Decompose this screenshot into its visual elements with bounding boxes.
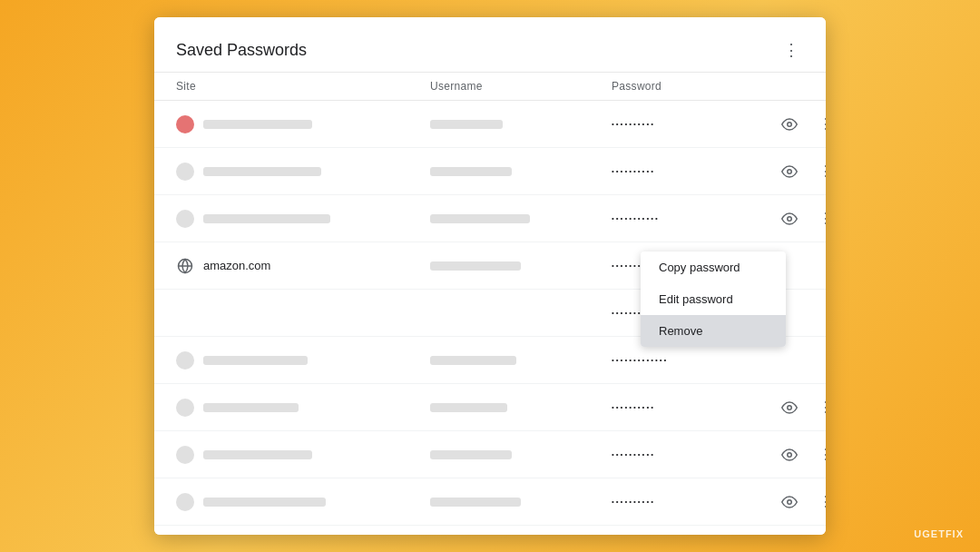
password-dots: ••••••••••	[612, 167, 775, 175]
col-username: Username	[430, 80, 612, 93]
svg-point-6	[788, 452, 792, 457]
username-redacted	[430, 261, 521, 271]
show-password-button[interactable]	[775, 488, 804, 517]
table-row: ••••••••••• ⋮	[154, 195, 826, 242]
show-password-button[interactable]	[775, 440, 804, 469]
password-dots: •••••••••••	[612, 214, 775, 222]
site-name-redacted	[203, 214, 330, 223]
svg-point-7	[788, 499, 792, 504]
col-password: Password	[612, 80, 775, 93]
site-name-redacted	[203, 167, 321, 176]
site-favicon	[176, 257, 194, 275]
svg-point-2	[788, 216, 792, 221]
col-site: Site	[176, 80, 430, 93]
site-favicon	[176, 351, 194, 370]
password-dots: ••••••••••	[612, 498, 775, 506]
show-password-button[interactable]	[775, 393, 804, 422]
copy-password-item[interactable]: Copy password	[641, 251, 786, 283]
context-menu: Copy password Edit password Remove	[641, 251, 786, 347]
site-name-redacted	[203, 498, 326, 507]
password-dots: ••••••••••	[612, 403, 775, 411]
site-favicon	[176, 493, 194, 511]
username-redacted	[430, 498, 521, 507]
table-header: Site Username Password	[154, 73, 826, 101]
username-redacted	[430, 167, 512, 176]
username-cell	[430, 167, 612, 176]
remove-item[interactable]: Remove	[641, 315, 786, 347]
site-favicon	[176, 163, 194, 181]
site-cell	[176, 210, 430, 228]
row-more-button[interactable]: ⋮	[811, 110, 826, 139]
site-cell	[176, 493, 430, 511]
password-dots: ••••••••••	[612, 120, 775, 128]
site-name-redacted	[203, 120, 312, 129]
site-favicon	[176, 210, 194, 228]
row-more-button[interactable]: ⋮	[811, 157, 826, 186]
watermark: UGETFIX	[914, 528, 964, 539]
username-redacted	[430, 214, 530, 223]
show-password-button[interactable]	[775, 110, 804, 139]
table-row: •••••••••• ⋮	[154, 101, 826, 148]
svg-point-5	[788, 405, 792, 409]
username-cell	[430, 403, 612, 412]
site-favicon	[176, 446, 194, 464]
site-cell	[176, 399, 430, 417]
row-more-button[interactable]: ⋮	[811, 393, 826, 422]
password-dots: ••••••••••	[612, 450, 775, 458]
edit-password-item[interactable]: Edit password	[641, 283, 786, 315]
username-cell	[430, 356, 612, 365]
username-cell	[430, 214, 612, 223]
password-dots: •••••••••••••	[612, 356, 775, 364]
username-cell	[430, 120, 612, 129]
site-favicon	[176, 115, 194, 133]
row-more-button[interactable]: ⋮	[811, 488, 826, 517]
svg-point-1	[788, 169, 792, 173]
site-cell: amazon.com	[176, 257, 430, 275]
svg-point-0	[788, 122, 792, 126]
username-redacted	[430, 450, 512, 459]
show-password-button[interactable]	[775, 535, 804, 536]
site-name: amazon.com	[203, 259, 270, 272]
site-name-redacted	[203, 403, 299, 412]
header-more-button[interactable]: ⋮	[779, 37, 804, 63]
row-more-button[interactable]: ⋮	[811, 204, 826, 233]
table-row: •••••••••• ⋮	[154, 384, 826, 431]
panel-header: Saved Passwords ⋮	[154, 17, 826, 73]
row-more-button[interactable]: ⋮	[811, 440, 826, 469]
username-redacted	[430, 356, 516, 365]
show-password-button[interactable]	[775, 157, 804, 186]
row-more-button[interactable]: ⋮	[811, 535, 826, 536]
site-cell	[176, 115, 430, 133]
site-cell	[176, 163, 430, 181]
table-row: •••••••••• ⋮	[154, 478, 826, 526]
site-cell	[176, 351, 430, 370]
table-row: •••••••••• ⋮	[154, 148, 826, 195]
page-title: Saved Passwords	[176, 41, 307, 60]
username-redacted	[430, 403, 507, 412]
table-row: •••••••••• ⋮	[154, 431, 826, 478]
table-row: ••••••••••• ⋮	[154, 526, 826, 535]
browser-panel: Saved Passwords ⋮ Site Username Password…	[154, 17, 826, 535]
username-cell	[430, 450, 612, 459]
username-redacted	[430, 120, 503, 129]
username-cell	[430, 498, 612, 507]
site-cell	[176, 446, 430, 464]
site-name-redacted	[203, 356, 308, 365]
password-list: •••••••••• ⋮ •••••••••• ⋮	[154, 101, 826, 535]
site-favicon	[176, 399, 194, 417]
show-password-button[interactable]	[775, 204, 804, 233]
table-row: amazon.com ••••••••••• Copy password Edi…	[154, 242, 826, 290]
username-cell	[430, 261, 612, 271]
site-name-redacted	[203, 450, 312, 459]
